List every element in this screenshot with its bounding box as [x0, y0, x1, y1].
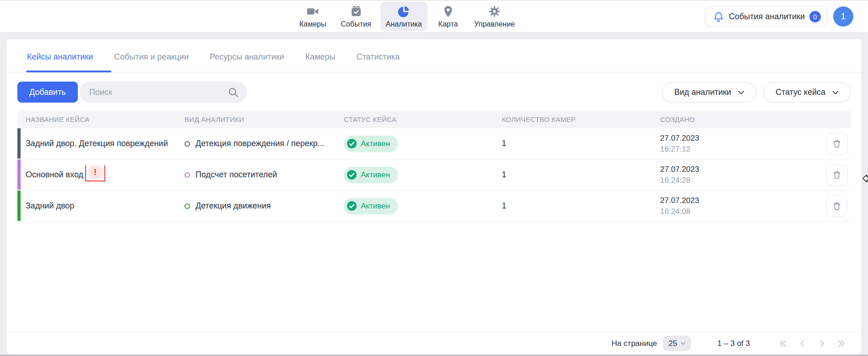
analytics-type-filter[interactable]: Вид аналитики	[662, 82, 756, 103]
gear-icon	[488, 5, 501, 18]
status-badge: Активен	[344, 167, 398, 183]
last-page-button[interactable]	[836, 339, 846, 349]
per-page-label: На странице	[612, 339, 657, 348]
nav-item-management[interactable]: Управление	[469, 2, 521, 31]
case-status-cell: Активен	[336, 136, 494, 152]
chevron-down-icon	[680, 340, 687, 347]
next-page-button[interactable]	[817, 339, 827, 349]
top-header-bar: Камеры События	[0, 0, 868, 33]
analytics-type-cell: Детекция повреждения / перекр...	[176, 139, 336, 148]
analytics-type-dot	[184, 141, 190, 147]
analytics-type-dot	[184, 172, 190, 178]
tab-cameras[interactable]: Камеры	[304, 52, 336, 72]
filter-label: Вид аналитики	[674, 88, 731, 97]
notification-count-badge: 0	[809, 11, 821, 22]
mouse-cursor	[862, 174, 868, 185]
analytics-type-cell: Подсчет посетителей	[176, 170, 336, 180]
search-input[interactable]	[89, 88, 228, 97]
delete-case-button[interactable]	[826, 164, 848, 186]
created-date: 27.07.2023	[660, 133, 819, 143]
nav-label: Камеры	[299, 20, 326, 28]
case-name: Задний двор	[26, 201, 74, 211]
toolbar: Добавить Вид аналитики Статус кейса	[6, 82, 862, 103]
case-name-cell: Задний двор !	[17, 201, 176, 211]
case-status-cell: Активен	[336, 198, 494, 214]
per-page-select[interactable]: 25	[663, 336, 691, 351]
column-header-analytics-type: ВИД АНАЛИТИКИ	[176, 115, 336, 123]
created-cell: 27.07.2023 16:24:08	[652, 195, 819, 217]
tab-statistics[interactable]: Статистика	[356, 52, 401, 72]
main-navigation: Камеры События	[294, 0, 521, 33]
status-label: Активен	[361, 170, 390, 180]
column-header-case-status: СТАТУС КЕЙСА	[336, 115, 494, 123]
previous-page-button[interactable]	[797, 339, 808, 349]
case-status-cell: Активен	[336, 167, 494, 183]
header-right-group: События аналитики 0 1	[705, 0, 853, 33]
chevron-right-icon	[817, 339, 827, 349]
status-label: Активен	[361, 202, 390, 211]
row-accent-bar	[17, 159, 21, 190]
search-icon[interactable]	[228, 87, 239, 98]
chevrons-right-icon	[836, 339, 846, 349]
analytics-events-label: События аналитики	[729, 12, 805, 22]
column-header-case-name: НАЗВАНИЕ КЕЙСА	[17, 115, 176, 123]
case-status-filter[interactable]: Статус кейса	[763, 82, 851, 103]
nav-label: Карта	[438, 20, 458, 28]
trash-icon	[832, 170, 842, 180]
map-pin-icon	[442, 5, 455, 18]
case-name-cell: Задний двор. Детекция повреждений !	[17, 139, 176, 148]
case-name: Задний двор. Детекция повреждений	[26, 139, 168, 148]
created-date: 27.07.2023	[660, 195, 819, 206]
status-label: Активен	[361, 139, 390, 148]
content-card: Кейсы аналитики События и реакции Ресурс…	[6, 39, 862, 355]
created-date: 27.07.2023	[660, 164, 819, 175]
first-page-button[interactable]	[778, 339, 788, 349]
add-button[interactable]: Добавить	[17, 82, 78, 103]
pagination-bar: На странице 25 1 – 3 of 3	[6, 332, 862, 355]
check-circle-icon	[347, 138, 357, 149]
delete-case-button[interactable]	[826, 195, 848, 217]
camera-count-cell: 1	[494, 201, 652, 211]
trash-icon	[832, 201, 842, 211]
nav-label: События	[341, 20, 371, 28]
tab-events-reactions[interactable]: События и реакции	[113, 52, 190, 72]
exclamation-icon: !	[88, 165, 103, 179]
table-row[interactable]: Задний двор. Детекция повреждений ! Дете…	[17, 128, 851, 159]
tab-analytics-cases[interactable]: Кейсы аналитики	[26, 52, 94, 72]
calendar-check-icon	[350, 5, 363, 18]
nav-item-cameras[interactable]: Камеры	[294, 2, 332, 31]
camera-count-cell: 1	[494, 170, 652, 180]
delete-case-button[interactable]	[826, 133, 848, 155]
per-page-value: 25	[668, 339, 677, 348]
check-circle-icon	[347, 201, 357, 211]
nav-item-analytics[interactable]: Аналитика	[380, 2, 428, 31]
search-box	[79, 82, 247, 103]
chevrons-left-icon	[778, 339, 788, 349]
camera-count-cell: 1	[494, 139, 652, 148]
nav-label: Аналитика	[386, 20, 422, 28]
video-camera-icon	[306, 5, 319, 18]
row-accent-bar	[17, 191, 21, 221]
nav-item-events[interactable]: События	[336, 2, 377, 31]
app-screen: Камеры События	[0, 0, 868, 356]
user-avatar[interactable]: 1	[833, 6, 853, 27]
table-row[interactable]: Основной вход ! Подсчет посетителей Акти…	[17, 159, 851, 191]
tab-analytics-resources[interactable]: Ресурсы аналитики	[209, 52, 285, 72]
created-time: 16:24:08	[660, 206, 819, 217]
nav-item-map[interactable]: Карта	[431, 2, 465, 31]
created-time: 16:24:28	[660, 175, 819, 186]
bell-icon	[713, 11, 724, 22]
alert-indicator: !	[85, 165, 105, 181]
check-circle-icon	[347, 170, 357, 180]
analytics-type-dot	[184, 203, 190, 209]
analytics-events-button[interactable]: События аналитики 0	[705, 6, 828, 27]
table-header-row: НАЗВАНИЕ КЕЙСА ВИД АНАЛИТИКИ СТАТУС КЕЙС…	[17, 110, 851, 128]
case-name-cell: Основной вход !	[17, 165, 176, 184]
analytics-type-label: Детекция повреждения / перекр...	[195, 139, 325, 148]
column-header-camera-count: КОЛИЧЕСТВО КАМЕР	[494, 115, 652, 123]
analytics-type-label: Подсчет посетителей	[195, 170, 277, 180]
cases-table: НАЗВАНИЕ КЕЙСА ВИД АНАЛИТИКИ СТАТУС КЕЙС…	[17, 110, 851, 222]
analytics-type-cell: Детекция движения	[176, 201, 336, 211]
pie-chart-icon	[397, 5, 410, 18]
table-row[interactable]: Задний двор ! Детекция движения Активен …	[17, 191, 851, 222]
